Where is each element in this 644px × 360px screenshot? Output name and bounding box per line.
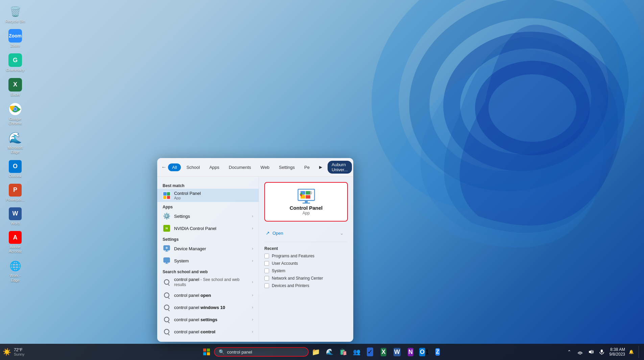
result-name-search-win10: control panel windows 10 <box>174 305 248 310</box>
svg-point-2 <box>442 29 610 174</box>
recent-item-user-accounts[interactable]: User Accounts <box>264 260 348 267</box>
taskbar-app-onenote[interactable]: N <box>405 346 417 358</box>
taskbar-right-area: ⌃ <box>565 346 641 358</box>
result-text-search-settings-item: control panel settings <box>174 317 248 322</box>
svg-point-8 <box>14 108 17 110</box>
tab-apps[interactable]: Apps <box>205 163 223 171</box>
svg-point-3 <box>482 68 583 149</box>
result-item-search-open[interactable]: control panel open › <box>157 289 259 301</box>
result-name-search-see: control panel - See school and web resul… <box>174 277 248 287</box>
desktop-icon-outlook[interactable]: O Outlook <box>3 159 27 180</box>
weather-widget[interactable]: ☀️ 72°F Sunny <box>3 348 24 356</box>
search-input[interactable] <box>227 350 291 355</box>
taskbar-app-edge[interactable]: 🌊 <box>324 346 336 358</box>
wallpaper-swirl <box>357 0 644 270</box>
tray-expand-button[interactable]: ⌃ <box>565 347 574 357</box>
chrome-icon <box>8 102 22 116</box>
work-edge-icon: 🌐 <box>8 259 22 273</box>
notifications-icon[interactable]: 🔔 <box>626 347 636 357</box>
settings-icon: ⚙️ <box>163 212 171 220</box>
file-explorer-icon: 📁 <box>312 348 320 356</box>
clock-area[interactable]: 8:38 AM 9/8/2023 <box>609 347 625 357</box>
result-item-control-panel[interactable]: Control Panel App <box>157 189 259 202</box>
edge-label: MicrosoftEdge <box>8 146 23 154</box>
mic-tray-icon[interactable] <box>597 347 606 357</box>
recent-item-system-recent[interactable]: System <box>264 267 348 275</box>
network-tray-icon[interactable] <box>575 347 585 357</box>
taskbar-app-teams[interactable]: 👥 <box>351 346 363 358</box>
powerpoint-label: Powerpoi... <box>6 198 24 202</box>
tab-documents[interactable]: Documents <box>225 163 255 171</box>
result-item-search-settings[interactable]: control panel settings › <box>157 313 259 326</box>
start-button[interactable] <box>200 346 213 358</box>
desktop-icon-excel[interactable]: X Excel <box>3 77 27 98</box>
network-icon <box>577 349 583 355</box>
tab-play[interactable]: ▶ <box>315 163 326 171</box>
recent-item-programs[interactable]: Programs and Features <box>264 252 348 260</box>
desktop: 🗑️ Recycle Bin Zoom Zoom G Grammarly X E… <box>0 0 644 360</box>
result-item-nvidia[interactable]: N NVIDIA Control Panel › <box>157 222 259 234</box>
taskbar-app-outlook[interactable]: O 1 <box>418 346 430 358</box>
taskbar-app-zoom[interactable]: Z <box>432 346 444 358</box>
result-text-search-see: control panel - See school and web resul… <box>174 277 248 287</box>
result-item-search-see[interactable]: control panel - See school and web resul… <box>157 275 259 289</box>
taskbar-app-excel[interactable]: X <box>378 346 390 358</box>
detail-app-name: Control Panel <box>290 205 323 211</box>
result-item-search-win10[interactable]: control panel windows 10 › <box>157 301 259 313</box>
edge-icon: 🌊 <box>8 131 22 145</box>
apps-section-title: Apps <box>157 203 259 210</box>
tab-pe[interactable]: Pe <box>300 163 314 171</box>
weather-temp: 72°F <box>14 348 22 352</box>
settings-arrow: › <box>252 214 253 218</box>
recent-item-devices[interactable]: Devices and Printers <box>264 282 348 289</box>
tab-all[interactable]: All <box>168 163 181 171</box>
result-text-search-control: control panel control <box>174 329 248 334</box>
taskbar-app-todo[interactable]: ✓ <box>364 346 376 358</box>
store-icon: 🛍️ <box>339 348 347 356</box>
taskbar-app-word[interactable]: W <box>391 346 403 358</box>
svg-rect-26 <box>306 195 310 198</box>
taskbar-app-file-explorer[interactable]: 📁 <box>310 346 322 358</box>
tab-auburn[interactable]: Auburn Univer... <box>328 161 352 174</box>
result-item-search-control[interactable]: control panel control › <box>157 326 259 338</box>
back-button[interactable]: ← <box>161 162 167 172</box>
tab-school[interactable]: School <box>182 163 204 171</box>
control-panel-large-icon <box>296 188 316 205</box>
result-name-nvidia: NVIDIA Control Panel <box>174 226 248 231</box>
result-item-device-manager[interactable]: Device Manager › <box>157 242 259 255</box>
device-manager-arrow: › <box>252 246 253 251</box>
detail-open-action[interactable]: ↗ Open ⌄ <box>264 226 348 240</box>
search-bar[interactable]: 🔍 <box>214 347 309 357</box>
volume-tray-icon[interactable] <box>586 347 596 357</box>
desktop-icon-chrome[interactable]: GoogleChrome <box>3 101 27 127</box>
desktop-icon-zoom[interactable]: Zoom Zoom <box>3 28 27 49</box>
desktop-icon-recycle-bin[interactable]: 🗑️ Recycle Bin <box>3 3 27 25</box>
search-see-arrow: › <box>252 280 253 284</box>
desktop-icon-acrobat[interactable]: A AdobeAcrobat <box>3 230 27 255</box>
taskbar-app-store[interactable]: 🛍️ <box>337 346 349 358</box>
clock-time: 8:38 AM <box>610 347 625 352</box>
tab-web[interactable]: Web <box>257 163 274 171</box>
recycle-bin-icon: 🗑️ <box>8 5 22 18</box>
svg-point-28 <box>310 192 311 193</box>
desktop-icon-edge[interactable]: 🌊 MicrosoftEdge <box>3 130 27 156</box>
desktop-icon-word[interactable]: W Word <box>3 206 27 227</box>
desktop-icon-work-edge[interactable]: 🌐 Work -Edge <box>3 258 27 284</box>
desktop-icon-powerpoint[interactable]: P Powerpoi... <box>3 182 27 203</box>
result-name-search-open: control panel open <box>174 293 248 298</box>
nvidia-arrow: › <box>252 226 253 231</box>
search-open-arrow: › <box>252 293 253 298</box>
work-edge-label: Work -Edge <box>10 274 21 282</box>
tab-settings[interactable]: Settings <box>275 163 299 171</box>
expand-actions-button[interactable]: ⌄ <box>337 228 347 238</box>
excel-label: Excel <box>11 93 20 97</box>
result-item-system[interactable]: System › <box>157 255 259 267</box>
desktop-icon-grammarly[interactable]: G Grammarly <box>3 52 27 74</box>
svg-rect-12 <box>163 196 166 199</box>
show-desktop-button[interactable] <box>639 346 641 358</box>
recent-checkbox-devices <box>264 283 269 288</box>
recent-item-network[interactable]: Network and Sharing Center <box>264 275 348 282</box>
desktop-icons-container: 🗑️ Recycle Bin Zoom Zoom G Grammarly X E… <box>3 3 27 284</box>
result-item-settings[interactable]: ⚙️ Settings › <box>157 210 259 222</box>
svg-rect-35 <box>207 352 210 355</box>
